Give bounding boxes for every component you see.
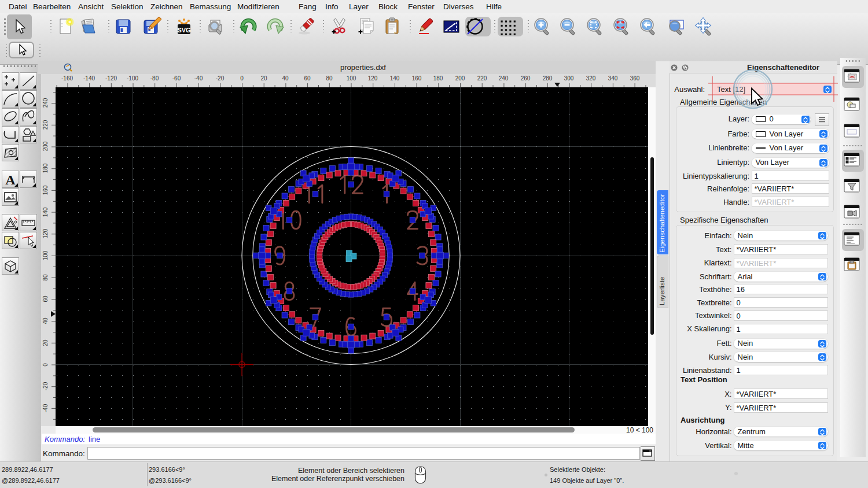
svg-text:SVG: SVG bbox=[177, 27, 190, 34]
svg-text:A: A bbox=[5, 172, 16, 187]
